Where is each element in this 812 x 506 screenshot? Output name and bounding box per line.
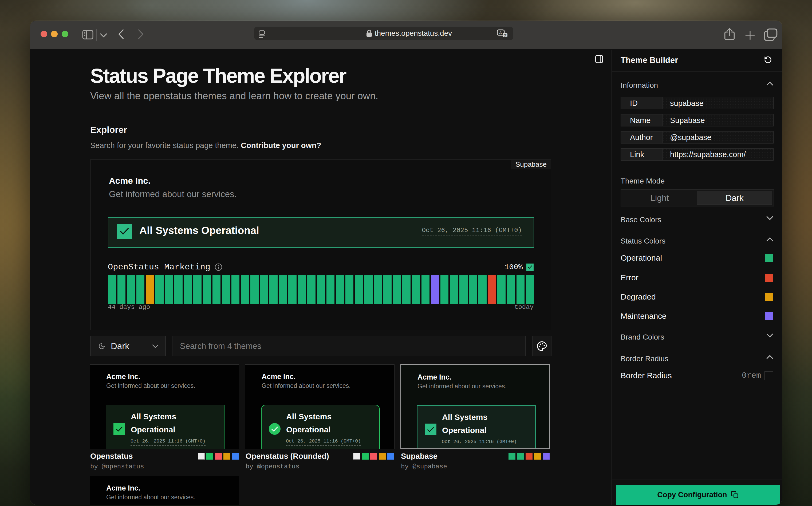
- svg-text:文: 文: [504, 33, 507, 37]
- svg-text:A: A: [499, 30, 502, 35]
